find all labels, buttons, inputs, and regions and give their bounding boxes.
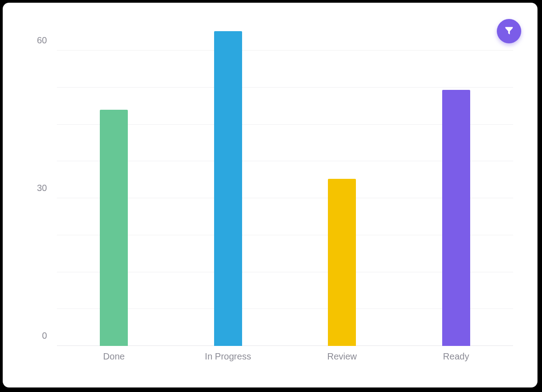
bar-done (100, 110, 128, 346)
bar-review (328, 179, 356, 346)
x-tick-label: In Progress (171, 351, 285, 369)
bar-in-progress (214, 31, 242, 346)
x-tick-label: Review (285, 351, 399, 369)
chart-card: 03060 DoneIn ProgressReviewReady (3, 3, 537, 387)
bar-slot (399, 16, 514, 346)
x-tick-label: Ready (399, 351, 514, 369)
y-tick-label: 0 (42, 331, 47, 341)
bar-slot (57, 16, 171, 346)
bar-ready (442, 90, 470, 346)
x-tick-label: Done (57, 351, 171, 369)
plot-area (57, 16, 513, 346)
y-tick-label: 60 (37, 35, 47, 46)
bars-container (57, 16, 513, 346)
y-axis: 03060 (25, 16, 52, 346)
bar-slot (285, 16, 399, 346)
y-tick-label: 30 (37, 183, 47, 193)
x-axis: DoneIn ProgressReviewReady (57, 351, 513, 369)
bar-slot (171, 16, 285, 346)
